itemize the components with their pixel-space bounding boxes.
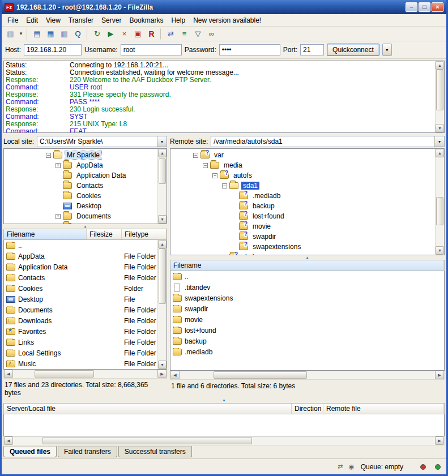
tree-item[interactable]: + Downloads: [4, 221, 157, 224]
scroll-thumb[interactable]: [436, 197, 443, 225]
log-scrollbar[interactable]: ▲ ▼: [435, 61, 444, 132]
tree-item[interactable]: dvd: [170, 252, 435, 255]
column-header[interactable]: Direction: [292, 404, 323, 414]
tree-item[interactable]: − var: [170, 150, 435, 160]
scroll-left-icon[interactable]: ◀: [4, 436, 13, 445]
menu-file[interactable]: File: [3, 15, 22, 25]
refresh-icon[interactable]: ↻: [91, 28, 104, 40]
local-site-combo[interactable]: C:\Users\Mr Sparkle\ ▾: [37, 136, 167, 147]
tree-item[interactable]: Desktop: [4, 201, 157, 211]
remote-list-hscrollbar[interactable]: ◀ ▶: [170, 371, 445, 380]
tree-item[interactable]: swapdir: [170, 231, 435, 242]
expander-icon[interactable]: −: [193, 153, 198, 158]
chevron-down-icon[interactable]: ▾: [434, 136, 444, 147]
file-row[interactable]: Links File Folder: [4, 337, 157, 348]
remote-tree-toggle-icon[interactable]: ▥: [58, 28, 71, 40]
local-list-scrollbar[interactable]: ▲ ▼: [157, 240, 167, 369]
expander-icon[interactable]: −: [46, 153, 51, 158]
expander-icon[interactable]: +: [56, 163, 61, 168]
file-row[interactable]: .mediadb: [170, 346, 444, 357]
file-row[interactable]: Favorites File Folder: [4, 326, 157, 337]
tree-item[interactable]: Contacts: [4, 181, 157, 191]
file-row[interactable]: swapdir: [170, 303, 444, 314]
queue-list[interactable]: [3, 414, 445, 436]
file-row[interactable]: Contacts File Folder: [4, 272, 157, 283]
file-row[interactable]: swapextensions: [170, 293, 444, 303]
collapse-arrow-icon[interactable]: ▼: [223, 399, 226, 402]
tree-item[interactable]: + AppData: [4, 160, 157, 170]
menu-help[interactable]: Help: [167, 15, 189, 25]
maximize-button[interactable]: □: [419, 2, 430, 12]
speaker-icon[interactable]: ◉: [347, 463, 356, 471]
collapse-arrow-icon[interactable]: ▲: [306, 256, 309, 259]
directory-comparison-icon[interactable]: ≡: [178, 28, 191, 40]
column-header[interactable]: Filename: [4, 229, 87, 239]
queue-hscrollbar[interactable]: ◀ ▶: [3, 436, 445, 445]
quickconnect-button[interactable]: Quickconnect: [327, 44, 379, 56]
scroll-right-icon[interactable]: ▶: [435, 371, 444, 379]
column-header[interactable]: Remote file: [323, 404, 444, 414]
scroll-track[interactable]: [13, 436, 435, 445]
column-header[interactable]: Filesize: [87, 229, 122, 239]
file-row[interactable]: .titandev: [170, 282, 444, 293]
scroll-left-icon[interactable]: ◀: [170, 371, 180, 379]
file-row[interactable]: ..: [170, 271, 444, 282]
tree-item[interactable]: swapextensions: [170, 242, 435, 252]
file-row[interactable]: Documents File Folder: [4, 305, 157, 315]
scroll-down-icon[interactable]: ▼: [436, 246, 444, 255]
scroll-up-icon[interactable]: ▲: [436, 61, 444, 70]
file-row[interactable]: lost+found: [170, 325, 444, 336]
file-row[interactable]: ..: [4, 240, 157, 251]
tree-item[interactable]: − media: [170, 160, 435, 170]
find-icon[interactable]: ∞: [205, 28, 218, 40]
close-button[interactable]: ×: [432, 2, 443, 12]
column-header[interactable]: Filename: [170, 260, 444, 271]
local-pane-splitter[interactable]: ▲: [3, 224, 167, 229]
tree-item[interactable]: − autofs: [170, 170, 435, 181]
chevron-down-icon[interactable]: ▾: [157, 136, 167, 147]
scroll-up-icon[interactable]: ▲: [158, 149, 167, 157]
site-manager-icon[interactable]: ▥: [4, 28, 17, 40]
tree-item[interactable]: Cookies: [4, 191, 157, 201]
tab-queued-files[interactable]: Queued files: [3, 446, 57, 457]
column-header[interactable]: Server/Local file: [4, 404, 292, 414]
minimize-button[interactable]: –: [406, 2, 417, 12]
expander-icon[interactable]: +: [56, 214, 61, 219]
comparison-indicator-icon[interactable]: ⇄: [336, 463, 345, 471]
tree-item[interactable]: backup: [170, 201, 435, 211]
username-input[interactable]: [121, 44, 182, 55]
port-input[interactable]: [300, 44, 324, 55]
tree-item[interactable]: .mediadb: [170, 191, 435, 201]
file-row[interactable]: Music File Folder: [4, 358, 157, 369]
tree-item[interactable]: Application Data: [4, 170, 157, 181]
scroll-down-icon[interactable]: ▼: [436, 124, 444, 132]
tree-item[interactable]: − Mr Sparkle: [4, 150, 157, 160]
site-manager-dropdown-icon[interactable]: ▾: [18, 28, 24, 40]
process-queue-icon[interactable]: ▶: [104, 28, 117, 40]
file-row[interactable]: Desktop File: [4, 294, 157, 305]
scroll-thumb[interactable]: [436, 70, 443, 110]
local-tree-toggle-icon[interactable]: ▦: [44, 28, 57, 40]
scroll-track[interactable]: [436, 157, 444, 246]
file-row[interactable]: AppData File Folder: [4, 251, 157, 261]
file-row[interactable]: Local Settings File Folder: [4, 348, 157, 358]
queue-splitter[interactable]: ▼: [3, 398, 445, 403]
scroll-thumb[interactable]: [35, 370, 94, 378]
remote-site-combo[interactable]: /var/media/autofs/sda1 ▾: [211, 136, 445, 147]
scroll-track[interactable]: [180, 371, 435, 379]
scroll-right-icon[interactable]: ▶: [435, 436, 444, 445]
file-row[interactable]: Application Data File Folder: [4, 261, 157, 272]
scroll-thumb[interactable]: [42, 437, 252, 444]
tree-item[interactable]: lost+found: [170, 211, 435, 221]
tree-item[interactable]: movie: [170, 221, 435, 231]
menu-transfer[interactable]: Transfer: [65, 15, 97, 25]
local-list-hscrollbar[interactable]: ◀ ▶: [3, 370, 167, 379]
local-tree-scrollbar[interactable]: ▲ ▼: [157, 149, 167, 224]
file-row[interactable]: movie: [170, 314, 444, 325]
synchronized-browsing-icon[interactable]: ⇄: [164, 28, 177, 40]
file-row[interactable]: Cookies Folder: [4, 283, 157, 294]
menu-bookmarks[interactable]: Bookmarks: [125, 15, 167, 25]
filter-icon[interactable]: ▽: [191, 28, 204, 40]
expander-icon[interactable]: −: [203, 163, 208, 168]
disconnect-icon[interactable]: ▣: [131, 28, 144, 40]
